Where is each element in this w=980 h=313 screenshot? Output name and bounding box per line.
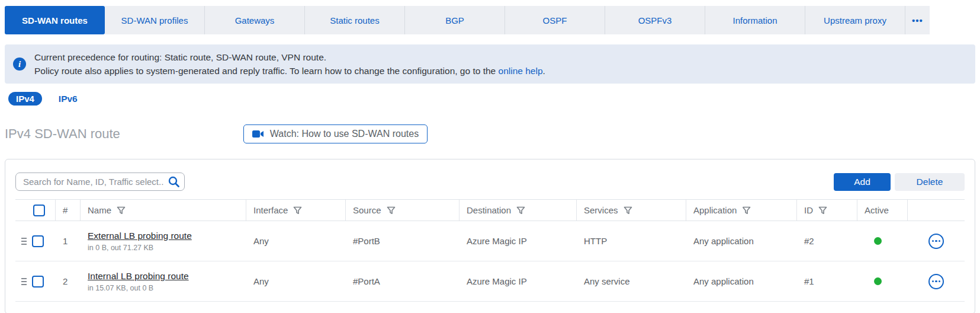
col-application-label: Application [693, 205, 737, 215]
drag-handle-icon[interactable] [21, 278, 27, 285]
table-row: 2 Internal LB probing route in 15.07 KB,… [15, 261, 965, 302]
services-cell: HTTP [577, 221, 686, 261]
tab-gateways[interactable]: Gateways [205, 6, 305, 34]
col-application: Application [686, 200, 797, 221]
heading-row: IPv4 SD-WAN route Watch: How to use SD-W… [5, 123, 980, 145]
active-status-dot [874, 237, 882, 245]
tab-upstream-proxy[interactable]: Upstream proxy [805, 6, 905, 34]
col-active: Active [857, 200, 908, 221]
destination-cell: Azure Magic IP [460, 261, 577, 301]
tab-bar: SD-WAN routes SD-WAN profiles Gateways S… [5, 6, 980, 34]
actions-cell [908, 261, 965, 301]
interface-cell: Any [246, 261, 346, 301]
table-toolbar: Add Delete [15, 173, 965, 191]
row-number: 1 [56, 221, 81, 261]
col-interface-label: Interface [253, 205, 288, 215]
route-name-link[interactable]: External LB probing route [88, 231, 192, 241]
id-cell: #1 [797, 261, 857, 301]
active-cell [857, 261, 908, 301]
col-destination-label: Destination [467, 205, 511, 215]
tab-overflow-ellipsis-icon[interactable]: ••• [905, 6, 930, 34]
search-icon[interactable] [168, 176, 179, 190]
banner-line2-text: Policy route also applies to system-gene… [34, 66, 499, 76]
ip-version-toggle: IPv4 IPv6 [8, 92, 980, 106]
tab-ospf[interactable]: OSPF [505, 6, 605, 34]
application-cell: Any application [686, 221, 797, 261]
tab-information[interactable]: Information [705, 6, 805, 34]
tab-sdwan-routes[interactable]: SD-WAN routes [5, 6, 105, 34]
col-services-label: Services [584, 205, 618, 215]
select-all-checkbox[interactable] [33, 205, 45, 216]
watch-video-button[interactable]: Watch: How to use SD-WAN routes [243, 124, 428, 143]
tab-static-routes[interactable]: Static routes [305, 6, 405, 34]
col-num: # [56, 200, 81, 221]
filter-icon[interactable] [624, 206, 632, 215]
filter-icon[interactable] [742, 206, 751, 215]
filter-icon[interactable] [117, 206, 126, 215]
actions-cell [908, 221, 965, 261]
ipv6-toggle[interactable]: IPv6 [59, 94, 78, 104]
row-actions-ellipsis-icon[interactable] [928, 274, 944, 289]
watch-button-label: Watch: How to use SD-WAN routes [270, 129, 419, 139]
select-all-header [15, 200, 56, 221]
table-row: 1 External LB probing route in 0 B, out … [15, 221, 965, 261]
col-id: ID [797, 200, 857, 221]
route-name-cell: Internal LB probing route in 15.07 KB, o… [81, 261, 246, 301]
add-button[interactable]: Add [834, 173, 891, 191]
tab-ospfv3[interactable]: OSPFv3 [605, 6, 705, 34]
tab-sdwan-profiles[interactable]: SD-WAN profiles [105, 6, 205, 34]
destination-cell: Azure Magic IP [460, 221, 577, 261]
search-wrap [15, 173, 185, 191]
page-title: IPv4 SD-WAN route [5, 126, 120, 142]
video-camera-icon [252, 130, 264, 138]
filter-icon[interactable] [293, 206, 302, 215]
source-cell: #PortB [346, 221, 460, 261]
col-interface: Interface [246, 200, 346, 221]
col-actions [908, 200, 965, 221]
routes-card: Add Delete # Name Interface Source Desti… [5, 159, 975, 313]
drag-handle-icon[interactable] [21, 238, 27, 245]
tab-bgp[interactable]: BGP [405, 6, 505, 34]
toolbar-buttons: Add Delete [834, 173, 965, 191]
row-number: 2 [56, 261, 81, 301]
route-traffic-stats: in 15.07 KB, out 0 B [88, 284, 153, 292]
services-cell: Any service [577, 261, 686, 301]
col-source-label: Source [353, 205, 381, 215]
interface-cell: Any [246, 221, 346, 261]
banner-line2: Policy route also applies to system-gene… [34, 64, 545, 78]
filter-icon[interactable] [818, 206, 827, 215]
filter-icon[interactable] [387, 206, 396, 215]
delete-button[interactable]: Delete [895, 173, 965, 191]
banner-text: Current precedence for routing: Static r… [34, 50, 545, 78]
banner-line1: Current precedence for routing: Static r… [34, 50, 545, 64]
route-name-cell: External LB probing route in 0 B, out 71… [81, 221, 246, 261]
col-name: Name [81, 200, 246, 221]
active-status-dot [874, 277, 882, 285]
filter-icon[interactable] [516, 206, 525, 215]
row-select-cell [15, 221, 56, 261]
info-icon: i [13, 58, 26, 71]
col-name-label: Name [88, 205, 111, 215]
col-destination: Destination [460, 200, 577, 221]
source-cell: #PortA [346, 261, 460, 301]
table-header: # Name Interface Source Destination Serv… [15, 199, 965, 221]
ipv4-toggle[interactable]: IPv4 [8, 92, 42, 106]
col-services: Services [577, 200, 686, 221]
col-id-label: ID [804, 205, 813, 215]
active-cell [857, 221, 908, 261]
row-select-cell [15, 261, 56, 301]
application-cell: Any application [686, 261, 797, 301]
search-input[interactable] [15, 173, 185, 191]
row-checkbox[interactable] [32, 276, 44, 288]
row-actions-ellipsis-icon[interactable] [928, 234, 944, 249]
route-traffic-stats: in 0 B, out 71.27 KB [88, 244, 153, 252]
col-source: Source [346, 200, 460, 221]
online-help-link[interactable]: online help [499, 66, 543, 76]
banner-line2-suffix: . [543, 66, 545, 76]
row-checkbox[interactable] [32, 235, 44, 247]
info-banner: i Current precedence for routing: Static… [5, 44, 975, 84]
id-cell: #2 [797, 221, 857, 261]
route-name-link[interactable]: Internal LB probing route [88, 271, 189, 282]
